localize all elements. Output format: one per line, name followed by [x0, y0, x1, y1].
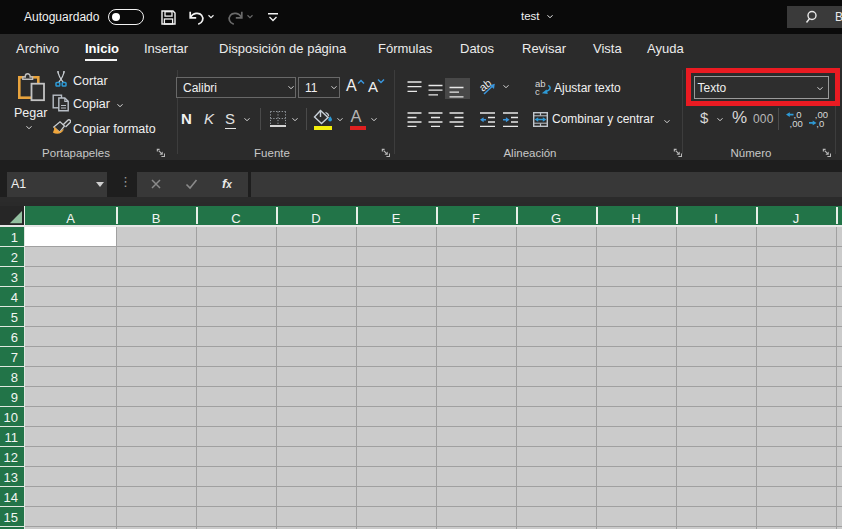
svg-text:,0: ,0	[816, 118, 824, 129]
svg-text:,00: ,00	[790, 118, 803, 129]
svg-text:c: c	[535, 86, 540, 97]
